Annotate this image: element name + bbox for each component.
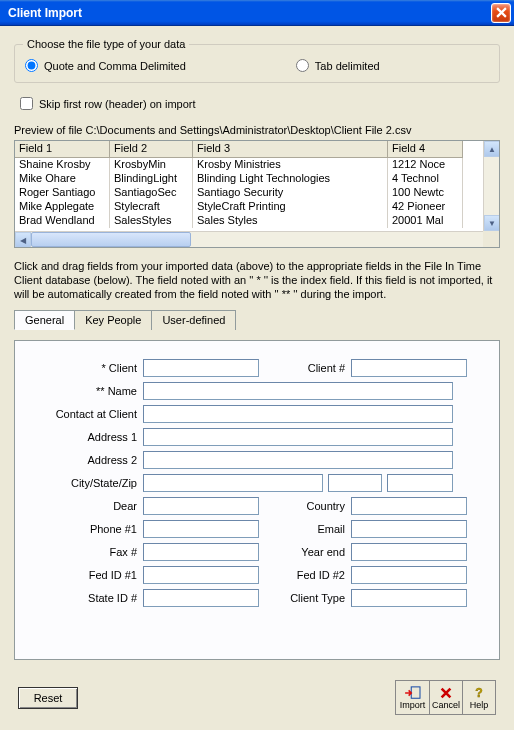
field-email[interactable] — [351, 520, 467, 538]
vertical-scrollbar[interactable]: ▲ ▼ — [483, 141, 499, 231]
cell[interactable]: BlindingLight — [110, 172, 193, 186]
import-icon — [404, 686, 422, 700]
table-row[interactable]: Shaine Krosby KrosbyMin Krosby Ministrie… — [15, 158, 499, 172]
help-icon: ? — [470, 686, 488, 700]
cell[interactable]: 20001 Mal — [388, 214, 463, 228]
field-contact[interactable] — [143, 405, 453, 423]
radio-row: Quote and Comma Delimited Tab delimited — [25, 59, 489, 72]
label-clienttype: Client Type — [259, 592, 351, 604]
column-header-3[interactable]: Field 3 — [193, 141, 388, 158]
grid-body: Shaine Krosby KrosbyMin Krosby Ministrie… — [15, 158, 499, 228]
field-client[interactable] — [143, 359, 259, 377]
column-header-1[interactable]: Field 1 — [15, 141, 110, 158]
cell[interactable]: Mike Applegate — [15, 200, 110, 214]
table-row[interactable]: Mike Ohare BlindingLight Blinding Light … — [15, 172, 499, 186]
radio-tab-delimited[interactable]: Tab delimited — [296, 59, 380, 72]
scroll-up-arrow[interactable]: ▲ — [484, 141, 500, 157]
tab-key-people[interactable]: Key People — [74, 310, 152, 330]
close-icon — [496, 7, 507, 18]
tab-panel: * Client Client # ** Name Contact at Cli… — [14, 340, 500, 660]
cell[interactable]: Stylecraft — [110, 200, 193, 214]
skip-header-label: Skip first row (header) on import — [39, 98, 196, 110]
svg-rect-0 — [411, 687, 420, 698]
group-legend: Choose the file type of your data — [23, 38, 189, 50]
action-buttons: Import Cancel ? Help — [395, 680, 496, 715]
field-country[interactable] — [351, 497, 467, 515]
cell[interactable]: 100 Newtc — [388, 186, 463, 200]
hscroll-track[interactable] — [31, 232, 483, 247]
field-name[interactable] — [143, 382, 453, 400]
table-row[interactable]: Brad Wendland SalesStyles Sales Styles 2… — [15, 214, 499, 228]
radio-quote-comma-input[interactable] — [25, 59, 38, 72]
table-row[interactable]: Roger Santiago SantiagoSec Santiago Secu… — [15, 186, 499, 200]
skip-header-checkbox[interactable] — [20, 97, 33, 110]
label-city-state-zip: City/State/Zip — [31, 477, 143, 489]
tab-user-defined[interactable]: User-defined — [151, 310, 236, 330]
label-address2: Address 2 — [31, 454, 143, 466]
cell[interactable]: Roger Santiago — [15, 186, 110, 200]
field-yearend[interactable] — [351, 543, 467, 561]
column-header-4[interactable]: Field 4 — [388, 141, 463, 158]
reset-button[interactable]: Reset — [18, 687, 78, 709]
svg-text:?: ? — [475, 686, 482, 700]
field-fedid1[interactable] — [143, 566, 259, 584]
radio-tab-delimited-label: Tab delimited — [315, 60, 380, 72]
field-state[interactable] — [328, 474, 382, 492]
field-fax[interactable] — [143, 543, 259, 561]
field-clienttype[interactable] — [351, 589, 467, 607]
cancel-button[interactable]: Cancel — [429, 681, 462, 714]
cell[interactable]: SalesStyles — [110, 214, 193, 228]
label-stateid: State ID # — [31, 592, 143, 604]
tab-bar: General Key People User-defined — [14, 310, 500, 330]
scroll-down-arrow[interactable]: ▼ — [484, 215, 500, 231]
titlebar: Client Import — [0, 0, 514, 26]
field-address2[interactable] — [143, 451, 453, 469]
help-button[interactable]: ? Help — [462, 681, 495, 714]
window-title: Client Import — [8, 6, 491, 20]
cell[interactable]: Blinding Light Technologies — [193, 172, 388, 186]
preview-grid: Field 1 Field 2 Field 3 Field 4 Shaine K… — [14, 140, 500, 248]
horizontal-scrollbar[interactable]: ◀ ▶ — [15, 231, 499, 247]
scroll-left-arrow[interactable]: ◀ — [15, 232, 31, 248]
radio-quote-comma[interactable]: Quote and Comma Delimited — [25, 59, 186, 72]
field-stateid[interactable] — [143, 589, 259, 607]
table-row[interactable]: Mike Applegate Stylecraft StyleCraft Pri… — [15, 200, 499, 214]
label-contact: Contact at Client — [31, 408, 143, 420]
dialog-content: Choose the file type of your data Quote … — [0, 26, 514, 730]
field-address1[interactable] — [143, 428, 453, 446]
cell[interactable]: Shaine Krosby — [15, 158, 110, 172]
field-zip[interactable] — [387, 474, 453, 492]
dialog-footer: Reset Import Cancel ? Help — [14, 680, 500, 715]
radio-tab-delimited-input[interactable] — [296, 59, 309, 72]
skip-row-check: Skip first row (header) on import — [20, 97, 500, 110]
cell[interactable]: SantiagoSec — [110, 186, 193, 200]
skip-header-option[interactable]: Skip first row (header) on import — [20, 97, 500, 110]
preview-file-label: Preview of file C:\Documents and Setting… — [14, 124, 500, 136]
scroll-corner — [483, 231, 499, 247]
cell[interactable]: KrosbyMin — [110, 158, 193, 172]
cell[interactable]: Santiago Security — [193, 186, 388, 200]
cell[interactable]: StyleCraft Printing — [193, 200, 388, 214]
grid-header: Field 1 Field 2 Field 3 Field 4 — [15, 141, 499, 158]
cell[interactable]: 4 Technol — [388, 172, 463, 186]
hscroll-thumb[interactable] — [31, 232, 191, 247]
cell[interactable]: Krosby Ministries — [193, 158, 388, 172]
vscroll-track[interactable] — [484, 157, 499, 215]
field-phone1[interactable] — [143, 520, 259, 538]
cell[interactable]: Brad Wendland — [15, 214, 110, 228]
field-city[interactable] — [143, 474, 323, 492]
close-button[interactable] — [491, 3, 511, 23]
instructions-text: Click and drag fields from your imported… — [14, 260, 500, 301]
cell[interactable]: 1212 Noce — [388, 158, 463, 172]
cancel-button-label: Cancel — [432, 700, 460, 710]
cell[interactable]: 42 Pioneer — [388, 200, 463, 214]
cell[interactable]: Sales Styles — [193, 214, 388, 228]
cancel-icon — [437, 686, 455, 700]
cell[interactable]: Mike Ohare — [15, 172, 110, 186]
field-fedid2[interactable] — [351, 566, 467, 584]
field-client-no[interactable] — [351, 359, 467, 377]
field-dear[interactable] — [143, 497, 259, 515]
import-button[interactable]: Import — [396, 681, 429, 714]
tab-general[interactable]: General — [14, 310, 75, 330]
column-header-2[interactable]: Field 2 — [110, 141, 193, 158]
